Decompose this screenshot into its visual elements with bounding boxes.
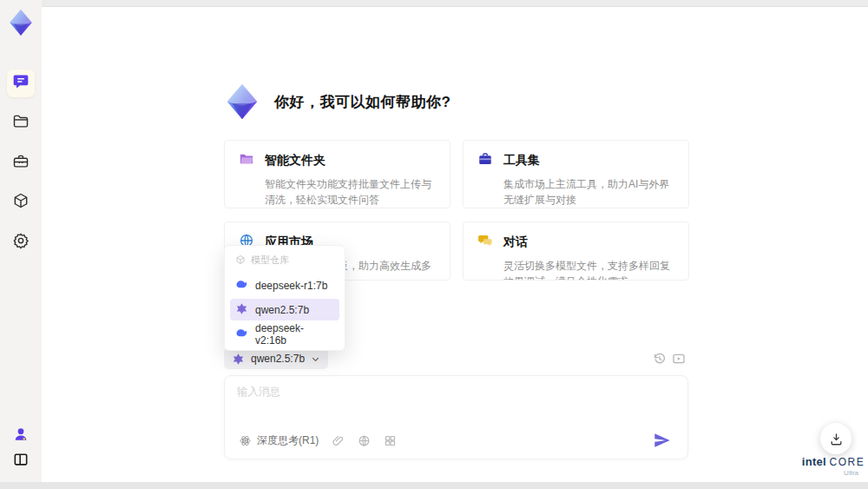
sidebar-item-settings[interactable] <box>7 228 35 256</box>
smart-folder-icon <box>239 151 254 170</box>
model-selector-value: qwen2.5:7b <box>251 353 305 365</box>
model-option-label: deepseek-r1:7b <box>255 280 327 292</box>
chevron-down-icon <box>311 354 320 364</box>
card-smart-folder[interactable]: 智能文件夹 智能文件夹功能支持批量文件上传与清洗，轻松实现文件问答 <box>224 140 450 208</box>
page-title: 你好，我可以如何帮助你? <box>274 92 450 112</box>
card-title: 智能文件夹 <box>265 153 326 169</box>
panel-icon <box>12 451 30 472</box>
model-dropdown-header: 模型仓库 <box>230 251 339 272</box>
dialogue-icon <box>477 233 493 252</box>
window-bottom-edge <box>0 482 868 489</box>
chat-icon <box>12 73 30 94</box>
globe-icon[interactable] <box>358 434 371 447</box>
deepseek-icon <box>235 278 248 294</box>
app-logo-icon-large <box>222 82 262 122</box>
window-top-edge <box>0 0 868 7</box>
greeting: 你好，我可以如何帮助你? <box>222 82 450 122</box>
app-window: 你好，我可以如何帮助你? 智能文件夹 智能文件夹功能支持批量文件上传与清洗，轻松… <box>0 0 868 489</box>
card-description: 集成市场上主流工具，助力AI与外界无缝扩展与对接 <box>503 176 674 208</box>
model-option-deepseek-r1[interactable]: deepseek-r1:7b <box>230 274 339 296</box>
sidebar-item-panel-toggle[interactable] <box>7 447 35 475</box>
card-title: 对话 <box>503 235 528 250</box>
intel-core-badge: intel CORE Ultra <box>799 455 867 477</box>
deep-think-label: 深度思考(R1) <box>257 433 319 448</box>
download-icon <box>829 432 844 446</box>
send-icon <box>653 431 672 450</box>
sidebar-item-folders[interactable] <box>7 109 35 137</box>
message-input[interactable] <box>237 385 671 421</box>
core-wordmark: CORE <box>830 456 865 468</box>
composer-toolbar: 深度思考(R1) <box>239 433 397 448</box>
qwen-icon <box>232 353 245 366</box>
sidebar-item-toolbox[interactable] <box>7 149 35 177</box>
sidebar <box>0 0 42 482</box>
sidebar-item-chat[interactable] <box>7 69 35 97</box>
settings-icon <box>12 232 30 253</box>
model-selector[interactable]: qwen2.5:7b <box>224 348 328 369</box>
send-button[interactable] <box>653 431 672 450</box>
model-option-label: qwen2.5:7b <box>255 304 309 316</box>
models-icon <box>12 192 30 213</box>
app-logo-icon <box>5 7 36 38</box>
history-icon[interactable] <box>653 352 667 366</box>
model-dropdown-header-label: 模型仓库 <box>251 254 289 267</box>
qwen-icon <box>235 302 248 318</box>
toolbox-icon <box>12 153 30 174</box>
account-icon <box>12 426 30 446</box>
sidebar-item-models[interactable] <box>7 188 35 216</box>
model-option-label: deepseek-v2:16b <box>255 322 334 347</box>
apps-grid-icon[interactable] <box>384 434 397 447</box>
deep-think-toggle[interactable]: 深度思考(R1) <box>239 433 319 448</box>
composer: 深度思考(R1) <box>224 375 688 459</box>
card-description: 智能文件夹功能支持批量文件上传与清洗，轻松实现文件问答 <box>265 176 436 208</box>
download-button[interactable] <box>820 423 852 454</box>
repo-icon <box>235 254 246 267</box>
deep-think-icon <box>239 434 252 447</box>
card-description: 灵活切换多模型文件，支持多样回复效果调试，满足个性化需求 <box>503 258 674 281</box>
model-dropdown: 模型仓库 deepseek-r1:7b qwen2.5:7b deepseek-… <box>224 245 345 351</box>
attach-icon[interactable] <box>332 434 345 447</box>
intel-wordmark: intel <box>802 455 826 468</box>
model-option-deepseek-v2[interactable]: deepseek-v2:16b <box>230 323 339 345</box>
video-icon[interactable] <box>672 352 686 366</box>
sidebar-item-account[interactable] <box>7 422 35 450</box>
model-option-qwen[interactable]: qwen2.5:7b <box>230 299 339 320</box>
toolset-icon <box>477 151 493 170</box>
deepseek-icon <box>235 327 248 342</box>
folder-icon <box>12 113 30 134</box>
card-dialogue[interactable]: 对话 灵活切换多模型文件，支持多样回复效果调试，满足个性化需求 <box>463 221 689 281</box>
card-toolset[interactable]: 工具集 集成市场上主流工具，助力AI与外界无缝扩展与对接 <box>463 140 689 208</box>
card-title: 工具集 <box>503 153 540 169</box>
intel-tier-label: Ultra <box>799 469 867 477</box>
